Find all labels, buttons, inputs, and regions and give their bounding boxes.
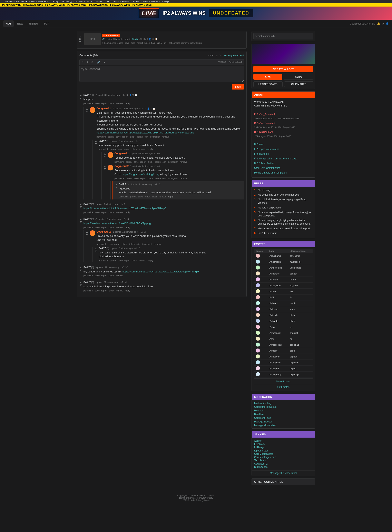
janny-cordmaster[interactable]: CordMasterW0eg [254, 452, 313, 456]
comment-act-save[interactable]: save [118, 259, 123, 262]
comment-author[interactable]: Swift7 [99, 247, 106, 250]
comment-act-block[interactable]: block [109, 290, 114, 292]
comment-upvote[interactable]: ▲ [79, 266, 82, 269]
janny-ihalways[interactable]: IHAlways [254, 446, 313, 449]
comment-downvote[interactable]: ▼ [94, 142, 97, 145]
comment-act-report[interactable]: report [101, 102, 107, 105]
sub-link[interactable]: Meds [143, 0, 148, 3]
mod-link-queue[interactable]: Communolist Queue [254, 405, 313, 409]
sub-link[interactable]: Football [122, 0, 130, 3]
comment-act-remove[interactable]: remove [159, 195, 166, 198]
comment-upvote[interactable]: ▲ [94, 247, 97, 250]
comment-act-delete[interactable]: delete [154, 177, 161, 180]
comment-author[interactable]: CogglesuP2 [115, 165, 129, 168]
sub-link[interactable]: DIY [106, 0, 109, 3]
comment-act-permalink[interactable]: permalink [99, 259, 108, 262]
comment-act-permalink[interactable]: permalink [119, 195, 129, 198]
comment-act-report[interactable]: report [114, 243, 120, 245]
comment-downvote[interactable]: ▼ [79, 206, 82, 209]
comment-act-reply[interactable]: reply [148, 259, 153, 262]
nav-top[interactable]: TOP [42, 20, 52, 27]
comment-act-save[interactable]: save [134, 161, 139, 163]
comment-act-block[interactable]: block [132, 259, 137, 262]
post-action-share[interactable]: share [117, 42, 123, 44]
comment-act-block[interactable]: block [148, 177, 153, 180]
mod-link-ban[interactable]: Ban User [254, 413, 313, 416]
comment-act-permalink[interactable]: permalink [97, 243, 106, 245]
comment-act-block[interactable]: block [148, 161, 153, 163]
comment-downvote[interactable]: ▼ [103, 168, 106, 171]
leaderboard-button[interactable]: LEADERBOARD [253, 81, 283, 87]
more-emotes-link[interactable]: More Emotes [276, 380, 290, 383]
comment-act-permalink[interactable]: permalink [84, 211, 93, 214]
bold-button[interactable]: B [80, 60, 85, 64]
save-comment-button[interactable]: Save [232, 84, 244, 90]
comment-act-save[interactable]: save [118, 148, 123, 150]
comment-act-permalink[interactable]: permalink [84, 290, 93, 292]
sub-link[interactable]: Memes [151, 0, 158, 3]
mod-link-modmail[interactable]: Modmail [254, 409, 313, 413]
comment-act-save[interactable]: save [95, 274, 100, 277]
comment-upvote[interactable]: ▲ [103, 165, 106, 168]
comment-act-permalink[interactable]: permalink [115, 161, 124, 163]
live-button[interactable]: LIVE [253, 74, 282, 80]
comment-act-reply[interactable]: reply [125, 290, 130, 292]
comment-act-parent[interactable]: parent [126, 177, 132, 180]
clips-button[interactable]: CLIPS [284, 74, 313, 80]
comment-author[interactable]: Swift7 [99, 140, 106, 142]
comment-author[interactable]: Swift7 [84, 94, 91, 96]
comment-act-edit[interactable]: edit [162, 177, 166, 180]
comment-act-block[interactable]: block [132, 148, 137, 150]
comment-act-block[interactable]: block [130, 136, 135, 138]
expand-button[interactable]: ∨ [102, 60, 107, 64]
janny-freemack[interactable]: FreeMack [254, 442, 313, 446]
post-action-retry[interactable]: retry thumb [191, 42, 202, 44]
post-author[interactable]: Swift7 [132, 38, 138, 40]
comment-act-permalink[interactable]: permalink [84, 274, 93, 277]
comment-act-save[interactable]: save [134, 177, 139, 180]
sub-link[interactable]: Sports [86, 0, 92, 3]
comment-act-save[interactable]: save [108, 243, 113, 245]
comment-act-remove[interactable]: remove [180, 177, 187, 180]
post-action-save[interactable]: save [125, 42, 129, 44]
privacy-link[interactable]: Privacy Policy [199, 497, 213, 499]
comment-act-reply[interactable]: reply [125, 226, 130, 229]
comment-act-permalink[interactable]: permalink [115, 177, 124, 180]
post-action-block[interactable]: block [144, 42, 150, 44]
comment-downvote[interactable]: ▼ [86, 110, 89, 113]
comment-act-permalink[interactable]: permalink [97, 136, 106, 138]
comment-act-parent[interactable]: parent [108, 136, 114, 138]
janny-worker[interactable]: worker [254, 439, 313, 442]
comment-link[interactable]: https://communities.win/c/IP2Always/p/16… [97, 131, 194, 134]
user-icon[interactable]: 👤 [386, 22, 389, 25]
create-post-button[interactable]: CREATE A POST [253, 66, 313, 72]
nav-rising[interactable]: RISING [27, 20, 41, 27]
comment-act-remove[interactable]: remove [116, 211, 123, 214]
comment-downvote[interactable]: ▼ [79, 97, 82, 100]
about-link-twitter[interactable]: IP2 Official Twitter [254, 161, 313, 166]
comment-act-report[interactable]: report [101, 290, 107, 292]
comment-upvote[interactable]: ▲ [94, 140, 97, 142]
comment-act-report[interactable]: report [140, 177, 146, 180]
comment-act-remove[interactable]: remove [116, 290, 123, 292]
comment-act-reply[interactable]: reply [148, 148, 153, 150]
comment-act-remove[interactable]: remove [139, 148, 146, 150]
comment-act-edit[interactable]: edit [144, 136, 148, 138]
about-link-logos[interactable]: IP2 Logos Watermarks [254, 147, 313, 152]
comment-author[interactable]: CogglesuP2 [97, 107, 111, 110]
post-action-comments[interactable]: 14 comments [102, 42, 116, 44]
sub-link[interactable]: Games [96, 0, 102, 3]
post-action-hide[interactable]: hide [131, 42, 135, 44]
comment-act-delete[interactable]: delete [129, 243, 135, 245]
sub-link[interactable]: Home [29, 0, 34, 3]
comment-link[interactable]: https://communities.win/c/IP2Always/p/16… [122, 270, 200, 273]
post-action-setcontact[interactable]: set contact [169, 42, 180, 44]
comment-act-permalink[interactable]: permalink [84, 226, 93, 229]
link-button[interactable]: 🔗 [96, 60, 101, 64]
comment-act-report[interactable]: report [124, 148, 130, 150]
comment-act-block[interactable]: block [109, 226, 114, 229]
comment-author[interactable]: Swift7 [84, 281, 91, 284]
comment-act-reply[interactable]: reply [125, 102, 130, 105]
comment-downvote[interactable]: ▼ [79, 221, 82, 223]
comment-downvote[interactable]: ▼ [103, 155, 106, 158]
